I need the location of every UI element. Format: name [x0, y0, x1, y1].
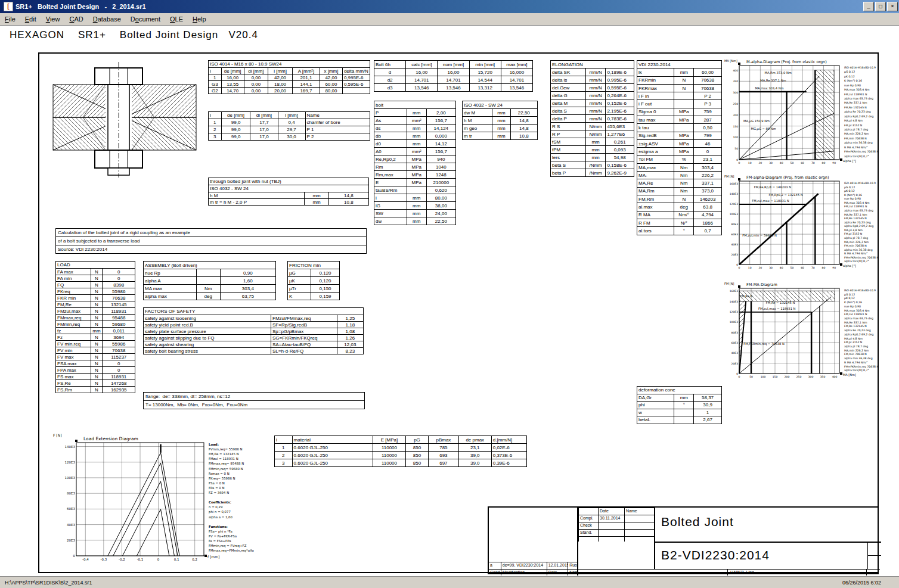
table-cell: 110000 — [373, 459, 405, 467]
table-title-row: ISO 4032 - SW 24 — [209, 185, 369, 192]
titlebar[interactable]: [ SR1+ Bolted Joint Design - 2_2014.sr1 … — [0, 0, 899, 13]
svg-text:M-alpha-Diagram (Proj. from el: M-alpha-Diagram (Proj. from elastic orgn… — [746, 60, 827, 64]
table-row: dw Mmm22,50 — [463, 109, 538, 117]
table-row: FMmax,reqN95488 — [56, 315, 135, 321]
svg-text:µK 0,12: µK 0,12 — [844, 75, 855, 78]
table-cell: mm/N — [585, 107, 606, 115]
table-row: alpha maxdeg63,75 — [144, 293, 276, 300]
table-row: 20.6020 GJL-25011000085069339,00,373E-6 — [275, 452, 527, 459]
minimize-button[interactable]: _ — [863, 2, 874, 11]
table-cell: 70638 — [694, 76, 722, 84]
table-cell: ±sigma a — [637, 148, 674, 155]
table-cell: MPa — [674, 148, 694, 155]
table-cell: MPa — [407, 171, 426, 179]
table-cell: ±sig.ASV — [637, 139, 674, 147]
footer-modification: Modification — [501, 569, 547, 575]
svg-text:150: 150 — [773, 375, 778, 378]
table-cell: 0,189E-6 — [606, 69, 634, 76]
svg-text:60: 60 — [801, 266, 804, 269]
table-cell: Nm — [196, 285, 220, 293]
svg-text:Coefficients:: Coefficients: — [209, 500, 231, 504]
table-cell: FV min,req — [56, 341, 91, 347]
svg-text:MA,min 226,2 Nm: MA,min 226,2 Nm — [844, 241, 869, 244]
note-line: Calculation of the bolted joint of a rig… — [56, 229, 366, 237]
table-factors-of-safety: FACTORS OF SAFETYsafety against loosenin… — [143, 307, 364, 354]
svg-text:160E3: 160E3 — [730, 290, 738, 293]
table-cell: 0,7 — [694, 227, 722, 235]
menu-item-file[interactable]: File — [0, 14, 20, 24]
svg-text:FVmin,req= 55986 N: FVmin,req= 55986 N — [209, 447, 243, 452]
table-load: LOADFA maxN0FA minN0FQN8398FKreqN55986FK… — [55, 261, 135, 393]
table-cell: db — [374, 132, 407, 140]
menu-item-ole[interactable]: OLE — [165, 14, 188, 24]
menu-item-help[interactable]: Help — [188, 14, 211, 24]
svg-text:µG 0,12: µG 0,12 — [844, 70, 855, 73]
table-cell: 59680 — [103, 321, 135, 328]
approval-grid: Date Name Compl. 30.11.2014 Check S — [578, 508, 654, 542]
table-cell: mm — [585, 138, 606, 146]
svg-text:Fa = FSa+FPa: Fa = FSa+FPa — [209, 539, 231, 543]
svg-text:100E3: 100E3 — [730, 213, 738, 216]
maximize-button[interactable]: □ — [875, 2, 886, 11]
table-cell: FS max — [56, 374, 91, 380]
table-cell: 13,312 — [469, 84, 501, 92]
table-cell: mm — [407, 109, 426, 117]
svg-text:FZ = 3694 N: FZ = 3694 N — [209, 491, 229, 494]
table-row: G313,550,0018,00144,160,000,595E-6 — [209, 81, 370, 88]
table-row: FM,ReN132145 — [56, 301, 135, 308]
table-iso4032: ISO 4032 - SW 24dw Mmm22,50h Mmm14,8m ge… — [462, 101, 538, 140]
table-row: imaterialE [MPa]pGpBmaxde pmaxd.[mm/N] — [275, 436, 527, 444]
table-cell: ds — [374, 125, 407, 132]
table-cell: 1,26 — [337, 335, 363, 341]
svg-text:0: 0 — [736, 372, 738, 375]
svg-text:200: 200 — [733, 114, 738, 117]
svg-text:400: 400 — [733, 69, 738, 72]
table-row: 10.6020 GJL-25011000085078523,10,02E-6 — [275, 444, 527, 452]
drawing-sheet: ISO 4014 - M16 x 80 - 10.9 SW24ide [mm]d… — [38, 52, 879, 573]
menu-item-database[interactable]: Database — [88, 14, 126, 24]
table-cell: N — [91, 360, 103, 367]
svg-text:250: 250 — [733, 102, 738, 105]
svg-text:MA [Nm]: MA [Nm] — [843, 373, 856, 377]
table-vdi2230: VDI 2230-2014lkmm60,00FKRminN70638FKRmax… — [637, 60, 722, 235]
svg-text:FM=FKRmin,req 70638 N: FM=FKRmin,req 70638 N — [844, 256, 879, 259]
svg-text:60: 60 — [801, 161, 804, 164]
table-cell: 14,544 — [469, 76, 501, 84]
table-cell: SL=h·d·Re/FQ — [271, 348, 337, 354]
svg-text:20: 20 — [759, 161, 762, 164]
menu-item-document[interactable]: Document — [126, 14, 165, 24]
svg-text:alpha Re 70,23 deg: alpha Re 70,23 deg — [844, 329, 871, 332]
menu-item-edit[interactable]: Edit — [20, 14, 41, 24]
approval-date — [598, 529, 624, 536]
svg-text:MA,min 226,2 Nm: MA,min 226,2 Nm — [844, 132, 869, 135]
table-cell: mm/N — [585, 69, 606, 76]
menu-item-view[interactable]: View — [41, 14, 65, 24]
table-cell: Rm — [374, 163, 407, 171]
table-row: dsmm14,124 — [374, 125, 456, 132]
svg-text:FM=FKRmin,req 70638 N: FM=FKRmin,req 70638 N — [844, 150, 879, 153]
table-cell: dw — [374, 217, 407, 225]
table-cell — [674, 92, 694, 100]
statusbar: H:\APPS\TP\SR1DISK\B\2_2014.sr1 06/26/20… — [0, 576, 899, 588]
menu-item-cad[interactable]: CAD — [64, 14, 88, 24]
table-row: ±sig.ASVMPa46 — [637, 139, 722, 147]
table-cell: fPM — [551, 146, 586, 154]
table-cell: Nm/° — [674, 211, 694, 219]
table-cell: FKRmax — [637, 84, 674, 92]
svg-text:alpha [°]: alpha [°] — [843, 159, 856, 163]
app-window: [ SR1+ Bolted Joint Design - 2_2014.sr1 … — [0, 0, 899, 588]
table-title: LOAD — [56, 262, 135, 269]
close-button[interactable]: × — [887, 2, 898, 11]
table-cell: alpha max — [144, 293, 197, 300]
table-cell: 2,67 — [694, 416, 722, 424]
table-cell: 0,995E-6 — [342, 74, 370, 81]
table-cell: 14,70 — [221, 88, 244, 94]
svg-text:FM-MA-Diagram: FM-MA-Diagram — [746, 282, 777, 287]
table-cell: m tr = h M - 2,0 P — [209, 199, 305, 206]
rev-date: 12.01.2015 — [547, 562, 568, 569]
svg-text:FM,Rp0,2 = 132145 N: FM,Rp0,2 = 132145 N — [769, 193, 803, 197]
table-cell: 147268 — [103, 380, 135, 387]
svg-text:FMmax,req= 95488 N: FMmax,req= 95488 N — [209, 462, 244, 466]
table-cell: P 2 — [305, 133, 370, 141]
table-cell: delta SK — [551, 69, 586, 76]
